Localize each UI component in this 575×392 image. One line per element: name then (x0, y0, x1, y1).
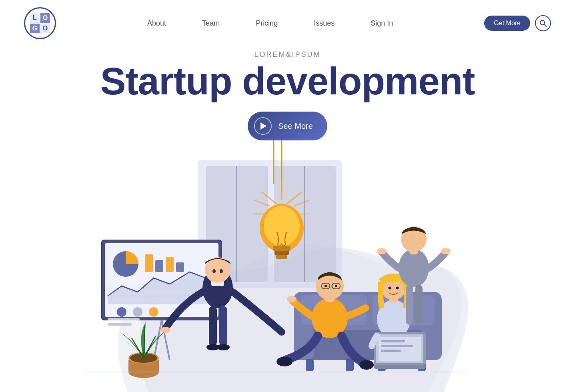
svg-rect-78 (381, 345, 413, 347)
svg-point-65 (335, 285, 337, 287)
nav-issues[interactable]: Issues (314, 19, 335, 28)
svg-point-33 (161, 327, 170, 333)
svg-rect-27 (219, 306, 227, 346)
svg-rect-23 (108, 323, 132, 326)
svg-point-29 (217, 344, 230, 350)
logo-cell-tr: O (40, 13, 50, 23)
see-more-section: See More (0, 112, 575, 140)
header: L O G O About Team Pricing Issues Sign I… (0, 0, 575, 46)
svg-point-68 (287, 296, 297, 302)
svg-point-44 (264, 206, 300, 246)
svg-rect-26 (209, 306, 217, 346)
header-actions: Get More (484, 15, 551, 31)
svg-point-32 (220, 269, 223, 273)
nav-pricing[interactable]: Pricing (256, 19, 278, 28)
hero-subtitle: LOREM&IPSUM (0, 50, 575, 59)
see-more-button[interactable]: See More (248, 112, 327, 140)
svg-rect-86 (406, 285, 413, 325)
svg-point-85 (441, 248, 451, 254)
svg-point-81 (399, 249, 429, 287)
svg-rect-56 (346, 359, 354, 371)
nav-about[interactable]: About (147, 19, 166, 28)
svg-line-1 (544, 24, 546, 26)
svg-rect-15 (176, 262, 184, 272)
hero-title: Startup development (0, 62, 575, 100)
svg-point-19 (117, 307, 126, 317)
svg-rect-45 (273, 246, 291, 251)
svg-rect-79 (381, 350, 401, 352)
search-button[interactable] (535, 15, 551, 31)
team-illustration (46, 136, 486, 392)
svg-point-64 (325, 285, 327, 287)
nav-signin[interactable]: Sign In (371, 19, 393, 28)
main-nav: About Team Pricing Issues Sign In (56, 19, 484, 28)
svg-line-7 (154, 320, 162, 360)
nav-team[interactable]: Team (202, 19, 220, 28)
svg-rect-13 (155, 260, 163, 272)
play-triangle (260, 122, 266, 130)
svg-point-20 (133, 307, 142, 317)
svg-point-31 (212, 269, 216, 273)
svg-point-66 (276, 357, 293, 366)
get-more-button[interactable]: Get More (484, 16, 530, 31)
svg-rect-87 (415, 285, 423, 325)
logo-cell-br: O (40, 24, 50, 33)
svg-point-72 (388, 287, 391, 290)
svg-rect-12 (145, 254, 153, 272)
illustration-section (0, 136, 575, 392)
logo-cell-tl: L (30, 13, 40, 23)
hero-section: LOREM&IPSUM Startup development (0, 46, 575, 100)
svg-rect-47 (276, 255, 287, 259)
svg-rect-54 (306, 359, 314, 371)
svg-point-84 (377, 248, 387, 254)
svg-rect-22 (108, 318, 140, 320)
svg-rect-14 (166, 257, 174, 272)
svg-rect-77 (381, 340, 405, 342)
svg-point-67 (359, 360, 374, 370)
logo-cell-bl: G (30, 24, 40, 33)
svg-rect-46 (274, 251, 289, 255)
svg-rect-80 (374, 365, 426, 369)
svg-point-73 (396, 287, 399, 290)
logo[interactable]: L O G O (24, 7, 56, 39)
svg-point-21 (149, 307, 158, 317)
play-icon (254, 117, 272, 135)
